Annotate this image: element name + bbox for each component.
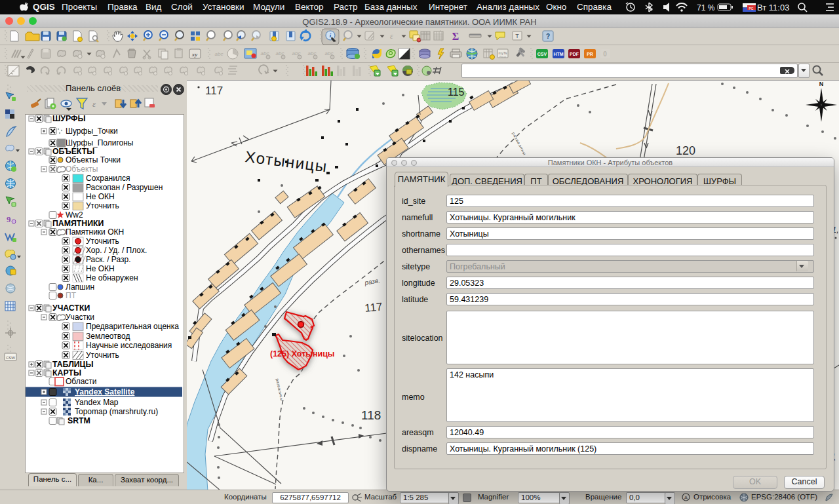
svg-text:Сохранился: Сохранился bbox=[86, 174, 130, 183]
svg-text:71 %: 71 % bbox=[697, 3, 715, 12]
svg-text:Ww2: Ww2 bbox=[66, 210, 83, 220]
svg-text:T: T bbox=[515, 33, 519, 39]
svg-text:Памятники ОКН: Памятники ОКН bbox=[66, 227, 124, 237]
svg-text:A: A bbox=[684, 495, 688, 501]
svg-text:PR: PR bbox=[587, 52, 593, 56]
svg-text:0: 0 bbox=[603, 50, 607, 58]
svg-text:Шурфы_Полигоны: Шурфы_Полигоны bbox=[66, 138, 134, 147]
svg-text:117: 117 bbox=[205, 85, 223, 97]
svg-text:Уточнить: Уточнить bbox=[86, 351, 119, 360]
svg-text:Не обнаружен: Не обнаружен bbox=[86, 273, 138, 282]
svg-text:?: ? bbox=[546, 33, 550, 40]
svg-text:Хор. / Уд. / Плох.: Хор. / Уд. / Плох. bbox=[86, 246, 147, 255]
svg-text:Уточнить: Уточнить bbox=[86, 201, 119, 210]
svg-text:Шурфы_Точки: Шурфы_Точки bbox=[66, 126, 118, 136]
svg-text:Объекты Точки: Объекты Точки bbox=[66, 155, 121, 165]
svg-text:PDF: PDF bbox=[570, 52, 579, 56]
svg-text:Вт 11:03: Вт 11:03 bbox=[757, 3, 789, 12]
svg-text:Не ОКН: Не ОКН bbox=[86, 192, 115, 201]
svg-text:Лапшин: Лапшин bbox=[66, 282, 94, 292]
svg-text:Уточнить: Уточнить bbox=[86, 237, 119, 246]
svg-text:Yandex Map: Yandex Map bbox=[75, 398, 119, 407]
svg-text:ε: ε bbox=[390, 31, 393, 41]
svg-text:115: 115 bbox=[448, 87, 465, 98]
svg-text:Yandex Satellite: Yandex Satellite bbox=[75, 387, 135, 397]
svg-text:ε: ε bbox=[92, 99, 96, 109]
svg-text:HTM: HTM bbox=[553, 52, 563, 56]
svg-text:КАРТЫ: КАРТЫ bbox=[52, 368, 81, 378]
svg-text:ПТ: ПТ bbox=[66, 291, 77, 300]
svg-text:120: 120 bbox=[676, 144, 695, 157]
svg-text:Научные исследования: Научные исследования bbox=[86, 341, 172, 350]
svg-text:CSW: CSW bbox=[6, 356, 15, 360]
svg-text:ТАБЛИЦЫ: ТАБЛИЦЫ bbox=[52, 360, 94, 369]
svg-text:CSV: CSV bbox=[537, 52, 547, 56]
svg-text:(125) Хотыницы: (125) Хотыницы bbox=[270, 349, 335, 359]
svg-text:ШУРФЫ: ШУРФЫ bbox=[52, 115, 86, 123]
svg-text:Области: Области bbox=[66, 377, 97, 386]
svg-text:xy: xy bbox=[191, 51, 199, 58]
svg-text:Раскопан / Разрушен: Раскопан / Разрушен bbox=[86, 183, 163, 192]
svg-text:Σ: Σ bbox=[452, 31, 459, 42]
svg-text:Участки: Участки bbox=[66, 313, 94, 322]
svg-text:Объекты: Объекты bbox=[66, 165, 98, 174]
svg-text:Не ОКН: Не ОКН bbox=[86, 264, 115, 273]
svg-text:Предварительная оценка: Предварительная оценка bbox=[86, 322, 179, 331]
svg-text:ОБЪЕКТЫ: ОБЪЕКТЫ bbox=[52, 147, 94, 156]
svg-text:УЧАСТКИ: УЧАСТКИ bbox=[52, 303, 90, 313]
svg-text:PC: PC bbox=[749, 7, 754, 10]
svg-text:Землеотвод: Землеотвод bbox=[86, 332, 130, 341]
svg-text:SRTM: SRTM bbox=[68, 416, 90, 425]
svg-text:118: 118 bbox=[361, 408, 381, 422]
svg-text:ПАМЯТНИКИ: ПАМЯТНИКИ bbox=[52, 219, 104, 228]
svg-text:Pocat: Pocat bbox=[499, 55, 507, 58]
svg-text:117: 117 bbox=[364, 300, 383, 315]
svg-text:9: 9 bbox=[7, 214, 11, 224]
svg-text:Topomap (marshruty.ru): Topomap (marshruty.ru) bbox=[75, 407, 158, 416]
svg-text:abc: abc bbox=[215, 51, 224, 57]
svg-text:Раск. / Разр.: Раск. / Разр. bbox=[86, 255, 131, 264]
svg-text:N: N bbox=[819, 81, 824, 87]
